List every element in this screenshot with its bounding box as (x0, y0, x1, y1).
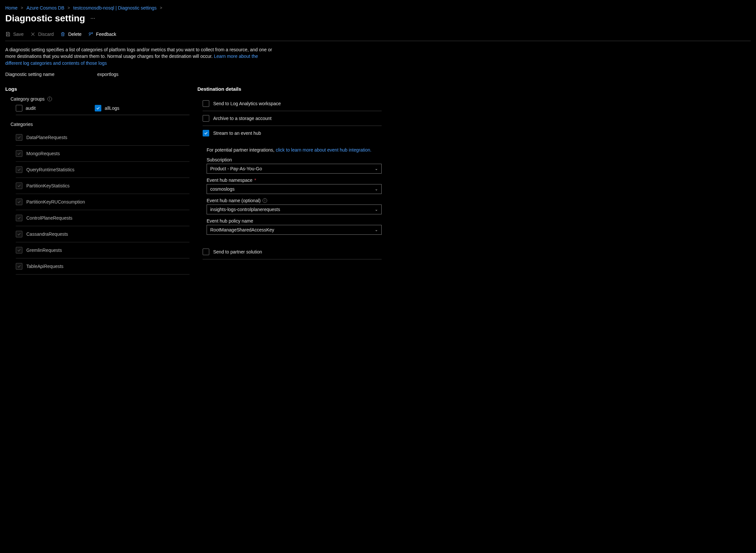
info-icon[interactable]: i (263, 198, 267, 203)
destination-heading: Destination details (197, 86, 382, 92)
chevron-down-icon: ⌄ (375, 207, 378, 212)
feedback-icon (88, 31, 93, 37)
policy-select[interactable]: RootManageSharedAccessKey ⌄ (207, 225, 382, 235)
logs-heading: Logs (5, 86, 190, 92)
checkbox-category-partitionkeystatistics[interactable]: PartitionKeyStatistics (16, 178, 190, 194)
setting-name-value: exportlogs (97, 72, 119, 77)
hub-name-label: Event hub name (optional) i (207, 198, 382, 203)
discard-button[interactable]: Discard (30, 31, 54, 37)
checkbox-category-dataplanerequests[interactable]: DataPlaneRequests (16, 130, 190, 146)
checkbox-category-cassandrarequests[interactable]: CassandraRequests (16, 226, 190, 242)
checkbox-audit[interactable]: audit (16, 105, 36, 111)
chevron-down-icon: ⌄ (375, 187, 378, 191)
close-icon (30, 31, 36, 37)
more-icon[interactable]: ⋯ (90, 16, 95, 21)
checkbox-category-partitionkeyruconsumption[interactable]: PartitionKeyRUConsumption (16, 194, 190, 210)
checkbox-event-hub[interactable]: Stream to an event hub (203, 126, 382, 140)
subscription-select[interactable]: Product - Pay-As-You-Go ⌄ (207, 164, 382, 174)
chevron-right-icon: > (21, 6, 23, 10)
breadcrumb: Home > Azure Cosmos DB > testcosmosdb-no… (5, 5, 751, 10)
chevron-down-icon: ⌄ (375, 166, 378, 171)
subscription-label: Subscription (207, 157, 382, 162)
checkbox-category-gremlinrequests[interactable]: GremlinRequests (16, 242, 190, 258)
svg-point-0 (89, 32, 91, 34)
description-text: A diagnostic setting specifies a list of… (5, 46, 275, 66)
breadcrumb-home[interactable]: Home (5, 5, 17, 10)
setting-name-label: Diagnostic setting name (5, 72, 54, 77)
save-button[interactable]: Save (5, 31, 24, 37)
feedback-button[interactable]: Feedback (88, 31, 116, 37)
checkbox-category-controlplanerequests[interactable]: ControlPlaneRequests (16, 210, 190, 226)
checkbox-category-mongorequests[interactable]: MongoRequests (16, 146, 190, 162)
toolbar: Save Discard Delete Feedback (5, 31, 751, 41)
categories-label: Categories (10, 122, 190, 127)
hub-name-select[interactable]: insights-logs-controlplanerequests ⌄ (207, 205, 382, 214)
checkbox-partner-solution[interactable]: Send to partner solution (203, 245, 382, 259)
breadcrumb-cosmos[interactable]: Azure Cosmos DB (26, 5, 64, 10)
checkbox-category-queryruntimestatistics[interactable]: QueryRuntimeStatistics (16, 162, 190, 178)
chevron-right-icon: > (68, 6, 70, 10)
chevron-right-icon: > (160, 6, 162, 10)
event-hub-learn-link[interactable]: click to learn more about event hub inte… (276, 147, 371, 153)
checkbox-category-tableapirequests[interactable]: TableApiRequests (16, 258, 190, 274)
chevron-down-icon: ⌄ (375, 228, 378, 232)
policy-label: Event hub policy name (207, 218, 382, 224)
partner-note: For potential partner integrations, clic… (207, 147, 382, 154)
namespace-select[interactable]: cosmoslogs ⌄ (207, 184, 382, 194)
checkbox-log-analytics[interactable]: Send to Log Analytics workspace (203, 96, 382, 111)
namespace-label: Event hub namespace* (207, 177, 382, 183)
category-groups-label: Category groups (10, 96, 45, 101)
page-title: Diagnostic setting (5, 13, 85, 24)
info-icon[interactable]: i (47, 97, 52, 101)
trash-icon (60, 31, 65, 37)
breadcrumb-resource[interactable]: testcosmosdb-nosql | Diagnostic settings (73, 5, 157, 10)
save-icon (5, 31, 10, 37)
delete-button[interactable]: Delete (60, 31, 81, 37)
checkbox-storage-account[interactable]: Archive to a storage account (203, 111, 382, 126)
checkbox-alllogs[interactable]: allLogs (95, 105, 119, 111)
